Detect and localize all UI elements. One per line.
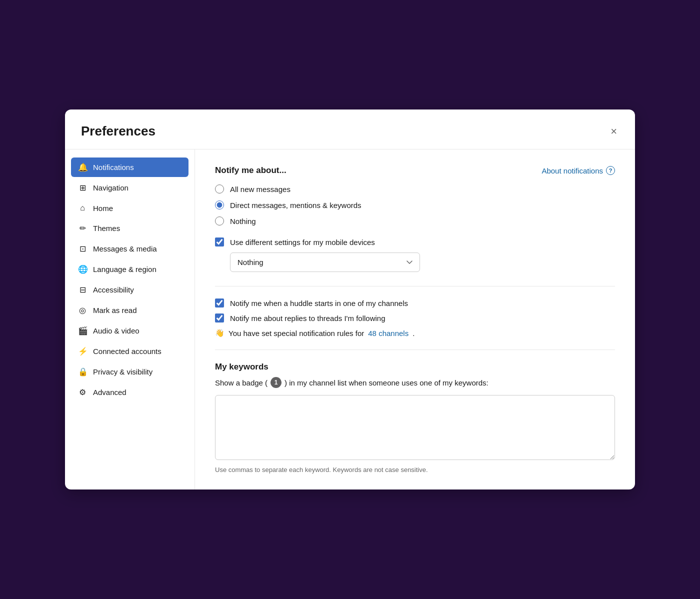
radio-nothing: Nothing xyxy=(215,216,615,226)
sidebar-item-navigation-label: Navigation xyxy=(93,184,128,192)
help-circle-icon: ? xyxy=(606,166,615,175)
channels-link[interactable]: 48 channels xyxy=(368,329,408,338)
notify-radio-group: All new messages Direct messages, mentio… xyxy=(215,184,615,226)
audio-video-icon: 🎬 xyxy=(78,326,87,336)
divider-2 xyxy=(215,350,615,350)
sidebar-item-home[interactable]: ⌂Home xyxy=(71,198,188,218)
sidebar: 🔔Notifications⊞Navigation⌂Home✏Themes⊡Me… xyxy=(65,150,195,490)
modal-title: Preferences xyxy=(81,124,156,139)
close-button[interactable]: × xyxy=(608,124,619,139)
sidebar-item-audio-video[interactable]: 🎬Audio & video xyxy=(71,321,188,340)
divider-1 xyxy=(215,286,615,286)
threads-checkbox[interactable] xyxy=(215,314,224,322)
modal-body: 🔔Notifications⊞Navigation⌂Home✏Themes⊡Me… xyxy=(65,150,635,490)
special-rules-row: 👋 You have set special notification rule… xyxy=(215,328,615,338)
keywords-section: My keywords Show a badge ( 1 ) in my cha… xyxy=(215,362,615,474)
radio-all-messages-label[interactable]: All new messages xyxy=(230,185,290,194)
sidebar-item-notifications-label: Notifications xyxy=(93,163,134,172)
themes-icon: ✏ xyxy=(78,224,87,233)
sidebar-item-accessibility[interactable]: ⊟Accessibility xyxy=(71,280,188,300)
mobile-devices-checkbox-item: Use different settings for my mobile dev… xyxy=(215,238,615,246)
about-notifications-text: About notifications xyxy=(542,166,603,175)
sidebar-item-messages-media-label: Messages & media xyxy=(93,244,157,253)
sidebar-item-themes-label: Themes xyxy=(93,224,120,232)
about-notifications-link[interactable]: About notifications ? xyxy=(542,166,615,175)
sidebar-item-audio-video-label: Audio & video xyxy=(93,326,140,335)
notify-section: Notify me about... About notifications ?… xyxy=(215,166,615,272)
home-icon: ⌂ xyxy=(78,204,87,212)
badge-text-before: Show a badge ( xyxy=(215,378,268,387)
radio-all-messages: All new messages xyxy=(215,184,615,194)
sidebar-item-language-region-label: Language & region xyxy=(93,265,156,274)
sidebar-item-privacy-visibility[interactable]: 🔒Privacy & visibility xyxy=(71,362,188,382)
section-header: Notify me about... About notifications ? xyxy=(215,166,615,176)
advanced-icon: ⚙ xyxy=(78,388,87,397)
modal-header: Preferences × xyxy=(65,110,635,150)
navigation-icon: ⊞ xyxy=(78,183,87,192)
sidebar-item-themes[interactable]: ✏Themes xyxy=(71,218,188,238)
radio-nothing-label[interactable]: Nothing xyxy=(230,217,256,226)
language-region-icon: 🌐 xyxy=(78,264,87,274)
notifications-icon: 🔔 xyxy=(78,162,87,172)
sidebar-item-mark-as-read[interactable]: ◎Mark as read xyxy=(71,300,188,320)
sidebar-item-accessibility-label: Accessibility xyxy=(93,286,134,294)
special-rules-text-before: You have set special notification rules … xyxy=(228,329,364,338)
threads-label[interactable]: Notify me about replies to threads I'm f… xyxy=(230,314,386,322)
radio-nothing-input[interactable] xyxy=(215,216,224,226)
mobile-devices-checkbox[interactable] xyxy=(215,238,224,246)
messages-media-icon: ⊡ xyxy=(78,244,87,254)
sidebar-item-notifications[interactable]: 🔔Notifications xyxy=(71,158,188,177)
threads-checkbox-item: Notify me about replies to threads I'm f… xyxy=(215,314,615,322)
sidebar-item-connected-accounts[interactable]: ⚡Connected accounts xyxy=(71,342,188,361)
huddle-label[interactable]: Notify me when a huddle starts in one of… xyxy=(230,299,408,308)
modal-overlay: Preferences × 🔔Notifications⊞Navigation⌂… xyxy=(0,0,700,599)
sidebar-item-privacy-visibility-label: Privacy & visibility xyxy=(93,368,152,376)
sidebar-item-navigation[interactable]: ⊞Navigation xyxy=(71,178,188,198)
privacy-visibility-icon: 🔒 xyxy=(78,367,87,376)
mobile-notifications-select[interactable]: Nothing All new messages Direct messages… xyxy=(230,252,420,272)
badge-text-after: ) in my channel list when someone uses o… xyxy=(284,378,488,387)
keywords-title: My keywords xyxy=(215,362,615,372)
huddle-checkbox-item: Notify me when a huddle starts in one of… xyxy=(215,298,615,308)
wave-emoji: 👋 xyxy=(215,328,224,338)
connected-accounts-icon: ⚡ xyxy=(78,346,87,356)
keywords-textarea[interactable] xyxy=(215,395,615,460)
radio-direct-messages-label[interactable]: Direct messages, mentions & keywords xyxy=(230,201,362,210)
sidebar-item-connected-accounts-label: Connected accounts xyxy=(93,347,162,356)
content-area: Notify me about... About notifications ?… xyxy=(195,150,635,490)
mobile-devices-label[interactable]: Use different settings for my mobile dev… xyxy=(230,238,375,246)
preferences-modal: Preferences × 🔔Notifications⊞Navigation⌂… xyxy=(65,110,635,490)
badge-circle: 1 xyxy=(270,377,282,388)
huddle-checkbox[interactable] xyxy=(215,298,224,308)
mobile-settings-dropdown-wrapper: Nothing All new messages Direct messages… xyxy=(230,252,615,272)
notify-section-title: Notify me about... xyxy=(215,166,286,176)
keywords-hint: Use commas to separate each keyword. Key… xyxy=(215,466,615,474)
radio-direct-messages-input[interactable] xyxy=(215,200,224,210)
sidebar-item-messages-media[interactable]: ⊡Messages & media xyxy=(71,239,188,258)
sidebar-item-advanced[interactable]: ⚙Advanced xyxy=(71,382,188,402)
sidebar-item-home-label: Home xyxy=(93,204,113,212)
radio-direct-messages: Direct messages, mentions & keywords xyxy=(215,200,615,210)
special-rules-text-after: . xyxy=(412,329,414,338)
sidebar-item-advanced-label: Advanced xyxy=(93,388,126,396)
accessibility-icon: ⊟ xyxy=(78,285,87,294)
radio-all-messages-input[interactable] xyxy=(215,184,224,194)
sidebar-item-language-region[interactable]: 🌐Language & region xyxy=(71,260,188,279)
sidebar-item-mark-as-read-label: Mark as read xyxy=(93,306,137,314)
badge-text-row: Show a badge ( 1 ) in my channel list wh… xyxy=(215,377,615,388)
mark-as-read-icon: ◎ xyxy=(78,306,87,315)
